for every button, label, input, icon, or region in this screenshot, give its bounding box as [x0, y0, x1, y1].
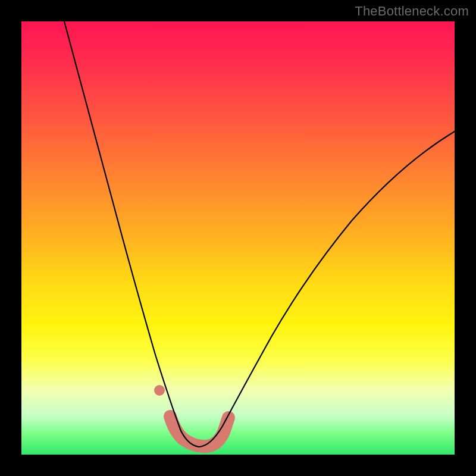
chart-plot-area: [21, 21, 455, 455]
chart-frame: TheBottleneck.com: [0, 0, 476, 476]
highlight-dot: [154, 385, 165, 396]
watermark-text: TheBottleneck.com: [355, 4, 469, 19]
curve-left-branch: [64, 21, 199, 447]
chart-svg: [21, 21, 455, 455]
curve-right-branch: [199, 131, 455, 447]
